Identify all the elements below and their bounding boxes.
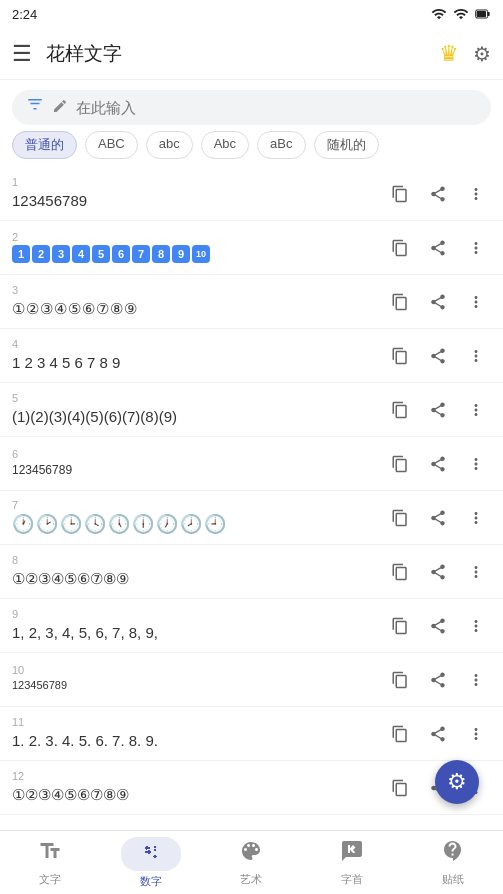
copy-button[interactable] (385, 611, 415, 641)
item-number: 6 (12, 449, 377, 460)
copy-button[interactable] (385, 503, 415, 533)
item-actions (385, 287, 491, 317)
nav-item-art[interactable]: 艺术 (201, 833, 302, 893)
item-number: 12 (12, 771, 377, 782)
settings-icon[interactable]: ⚙ (473, 42, 491, 66)
filter-icon[interactable] (26, 96, 44, 119)
item-number: 4 (12, 339, 377, 350)
copy-button[interactable] (385, 449, 415, 479)
battery-icon (475, 6, 491, 22)
nav-label-text: 文字 (39, 872, 61, 887)
nav-item-text[interactable]: 文字 (0, 833, 101, 893)
copy-button[interactable] (385, 233, 415, 263)
share-button[interactable] (423, 665, 453, 695)
filter-tab-abc-upper[interactable]: ABC (85, 131, 138, 159)
more-button[interactable] (461, 233, 491, 263)
filter-tab-putong[interactable]: 普通的 (12, 131, 77, 159)
search-input[interactable] (76, 99, 477, 116)
filter-tab-abc-mixed[interactable]: aBc (257, 131, 305, 159)
initial-nav-icon (340, 839, 364, 869)
item-content: 1 123456789 (12, 177, 377, 211)
list-item: 8 ①②③④⑤⑥⑦⑧⑨ (0, 545, 503, 599)
item-content: 4 1 2 3 4 5 6 7 8 9 (12, 339, 377, 373)
list-item: 6 123456789 (0, 437, 503, 491)
item-text: (1)(2)(3)(4)(5)(6)(7)(8)(9) (12, 406, 377, 427)
nav-item-numbers[interactable]: 数字 (101, 831, 202, 895)
copy-button[interactable] (385, 395, 415, 425)
more-button[interactable] (461, 665, 491, 695)
item-text: 123456789 (12, 678, 377, 693)
share-button[interactable] (423, 233, 453, 263)
item-content: 2 1 2 3 4 5 6 7 8 9 10 (12, 232, 377, 263)
filter-tab-random[interactable]: 随机的 (314, 131, 379, 159)
nav-label-numbers: 数字 (140, 874, 162, 889)
status-icons (431, 6, 491, 22)
more-button[interactable] (461, 449, 491, 479)
item-content: 8 ①②③④⑤⑥⑦⑧⑨ (12, 555, 377, 589)
nav-item-initial[interactable]: 字首 (302, 833, 403, 893)
item-number: 5 (12, 393, 377, 404)
more-button[interactable] (461, 611, 491, 641)
list-item: 9 1, 2, 3, 4, 5, 6, 7, 8, 9, (0, 599, 503, 653)
app-title: 花样文字 (46, 41, 439, 67)
nav-label-initial: 字首 (341, 872, 363, 887)
item-text: ①②③④⑤⑥⑦⑧⑨ (12, 298, 377, 319)
item-content: 9 1, 2, 3, 4, 5, 6, 7, 8, 9, (12, 609, 377, 643)
share-button[interactable] (423, 179, 453, 209)
list-item: 2 1 2 3 4 5 6 7 8 9 10 (0, 221, 503, 275)
more-button[interactable] (461, 503, 491, 533)
more-button[interactable] (461, 179, 491, 209)
list-item: 3 ①②③④⑤⑥⑦⑧⑨ (0, 275, 503, 329)
item-actions (385, 341, 491, 371)
filter-tab-abc-lower[interactable]: abc (146, 131, 193, 159)
filter-tab-abc-cap[interactable]: Abc (201, 131, 249, 159)
item-actions (385, 557, 491, 587)
item-number: 3 (12, 285, 377, 296)
share-button[interactable] (423, 287, 453, 317)
share-button[interactable] (423, 341, 453, 371)
copy-button[interactable] (385, 179, 415, 209)
share-button[interactable] (423, 719, 453, 749)
item-number: 11 (12, 717, 377, 728)
copy-button[interactable] (385, 287, 415, 317)
more-button[interactable] (461, 557, 491, 587)
sq-4: 4 (72, 245, 90, 263)
status-bar: 2:24 (0, 0, 503, 28)
share-button[interactable] (423, 395, 453, 425)
list: 1 123456789 2 1 2 (0, 167, 503, 815)
share-button[interactable] (423, 557, 453, 587)
sq-10: 10 (192, 245, 210, 263)
more-button[interactable] (461, 719, 491, 749)
nav-label-art: 艺术 (240, 872, 262, 887)
nav-item-sticker[interactable]: 贴纸 (402, 833, 503, 893)
copy-button[interactable] (385, 665, 415, 695)
more-button[interactable] (461, 287, 491, 317)
sq-6: 6 (112, 245, 130, 263)
more-button[interactable] (461, 395, 491, 425)
nav-label-sticker: 贴纸 (442, 872, 464, 887)
more-button[interactable] (461, 341, 491, 371)
item-actions (385, 449, 491, 479)
numbers-nav-icon (139, 839, 163, 869)
app-bar-icons: ♛ ⚙ (439, 41, 491, 67)
fab-settings-button[interactable]: ⚙ (435, 760, 479, 804)
item-content: 3 ①②③④⑤⑥⑦⑧⑨ (12, 285, 377, 319)
copy-button[interactable] (385, 719, 415, 749)
main-content: 1 123456789 2 1 2 (0, 167, 503, 879)
item-actions (385, 179, 491, 209)
share-button[interactable] (423, 503, 453, 533)
share-button[interactable] (423, 449, 453, 479)
crown-icon[interactable]: ♛ (439, 41, 459, 67)
item-content: 6 123456789 (12, 449, 377, 479)
edit-icon[interactable] (52, 98, 68, 118)
bottom-nav: 文字 数字 艺术 字首 贴纸 (0, 830, 503, 894)
share-button[interactable] (423, 611, 453, 641)
menu-button[interactable]: ☰ (12, 41, 32, 67)
copy-button[interactable] (385, 557, 415, 587)
item-number: 10 (12, 665, 377, 676)
app-bar: ☰ 花样文字 ♛ ⚙ (0, 28, 503, 80)
item-actions (385, 395, 491, 425)
copy-button[interactable] (385, 341, 415, 371)
item-number: 7 (12, 500, 377, 511)
copy-button[interactable] (385, 773, 415, 803)
